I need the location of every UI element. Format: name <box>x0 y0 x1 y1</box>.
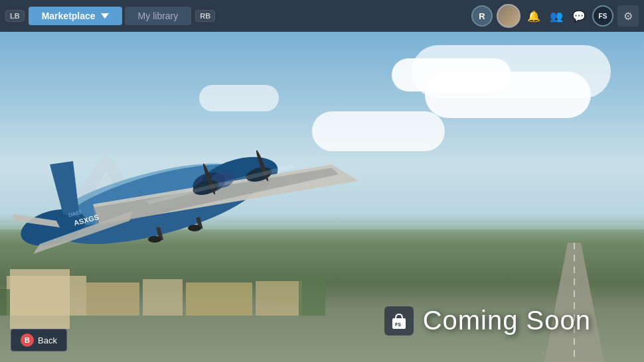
avatar[interactable] <box>497 4 521 28</box>
back-label: Back <box>38 335 57 345</box>
svg-point-28 <box>148 236 161 243</box>
svg-point-30 <box>188 225 201 231</box>
coming-soon-text: Coming Soon <box>423 306 591 335</box>
people-icon[interactable]: 👥 <box>547 7 566 25</box>
coming-soon-overlay: FS Coming Soon <box>384 306 591 335</box>
fs-store-icon: FS <box>384 306 414 335</box>
back-button[interactable]: B Back <box>11 329 67 351</box>
svg-rect-11 <box>0 289 10 316</box>
player-icon[interactable]: R <box>471 5 493 27</box>
svg-marker-19 <box>50 161 80 217</box>
rb-button[interactable]: RB <box>195 10 215 22</box>
bell-icon[interactable]: 🔔 <box>524 7 543 25</box>
gear-icon[interactable]: ⚙ <box>617 5 639 27</box>
svg-text:FS: FS <box>395 322 401 327</box>
airplane: ASXGS DA62 <box>13 85 359 297</box>
b-button-circle: B <box>21 333 34 347</box>
topbar: LB Marketplace My library RB R 🔔 👥 💬 FS … <box>0 0 644 32</box>
mylibrary-tab-label: My library <box>138 11 179 21</box>
runway <box>544 243 604 362</box>
tab-mylibrary[interactable]: My library <box>125 7 192 25</box>
cloud-2 <box>392 58 511 91</box>
top-right-icons: R 🔔 👥 💬 FS ⚙ <box>471 4 639 28</box>
main-content: ASXGS DA62 FS Coming Soon B Back <box>0 32 644 362</box>
tab-marketplace[interactable]: Marketplace <box>29 7 122 25</box>
fs-badge[interactable]: FS <box>592 5 613 27</box>
marketplace-tab-label: Marketplace <box>42 11 96 21</box>
hero-image: ASXGS DA62 FS Coming Soon B Back <box>0 32 644 362</box>
lb-button[interactable]: LB <box>5 10 25 22</box>
chat-icon[interactable]: 💬 <box>570 7 588 25</box>
